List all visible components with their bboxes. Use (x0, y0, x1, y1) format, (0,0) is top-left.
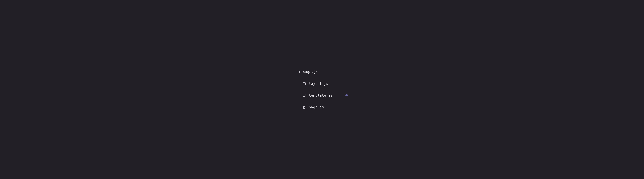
file-item-page[interactable]: page.js (293, 101, 351, 113)
file-tree-panel: page.js layout.js template.js page.j (293, 66, 351, 113)
template-icon (302, 94, 306, 97)
file-item-folder[interactable]: page.js (293, 66, 351, 78)
file-icon (302, 106, 306, 109)
file-item-template[interactable]: template.js (293, 90, 351, 101)
svg-rect-0 (303, 82, 306, 85)
file-label: template.js (309, 93, 342, 97)
file-label: layout.js (309, 82, 348, 86)
folder-icon (296, 70, 300, 73)
file-label: page.js (303, 70, 348, 74)
svg-rect-3 (303, 94, 305, 96)
layout-icon (302, 82, 306, 85)
marker-dot-icon (346, 94, 348, 96)
file-item-layout[interactable]: layout.js (293, 78, 351, 90)
file-label: page.js (309, 105, 348, 109)
